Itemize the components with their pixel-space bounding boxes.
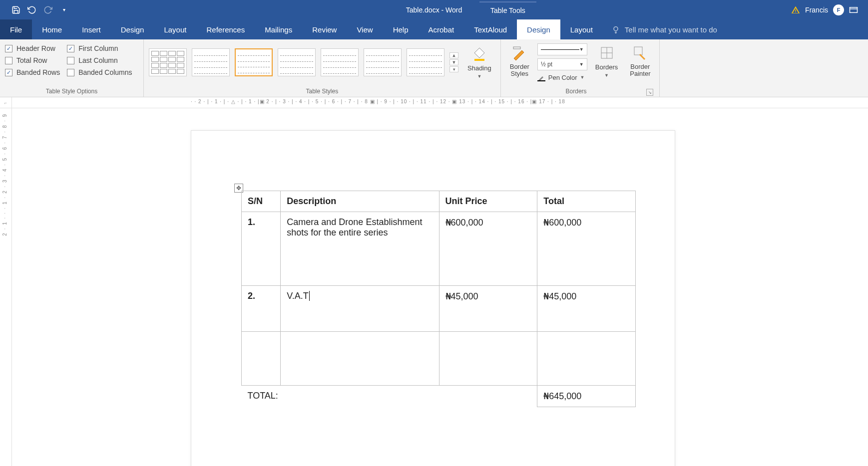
user-name-label[interactable]: Francis — [805, 6, 828, 14]
table-total-row[interactable]: TOTAL: ₦645,000 — [242, 386, 636, 407]
tab-view[interactable]: View — [347, 19, 383, 39]
cell-total[interactable] — [537, 332, 636, 386]
gallery-scroll: ▲ ▼ ▾ — [449, 52, 458, 72]
shading-button[interactable]: Shading ▼ — [463, 43, 495, 81]
dialog-launcher-icon[interactable]: ↘ — [646, 89, 653, 96]
borders-button[interactable]: Borders ▼ — [591, 42, 622, 80]
tab-design[interactable]: Design — [111, 19, 154, 39]
user-avatar[interactable]: F — [833, 4, 844, 15]
page-viewport[interactable]: ✥ S/N Description Unit Price Total 1. Ca… — [12, 108, 868, 466]
table-style-thumb[interactable] — [278, 48, 316, 76]
border-painter-icon — [632, 44, 649, 61]
tab-table-layout[interactable]: Layout — [560, 19, 603, 39]
chevron-down-icon: ▼ — [477, 74, 481, 79]
redo-icon[interactable] — [43, 5, 53, 15]
ruler-corner: ⌐ — [0, 97, 12, 108]
table-style-thumb[interactable] — [321, 48, 359, 76]
table-row[interactable]: 1. Camera and Drone Establishment shots … — [242, 212, 636, 286]
table-style-thumb-selected[interactable] — [235, 48, 273, 76]
chevron-down-icon: ▼ — [580, 75, 585, 80]
header-sn[interactable]: S/N — [242, 191, 281, 212]
cell-sn[interactable]: 2. — [242, 286, 281, 332]
title-bar: ▾ Table.docx - Word Table Tools Francis … — [0, 0, 868, 19]
tell-me-search[interactable]: Tell me what you want to do — [603, 19, 717, 39]
gallery-scroll-down-icon[interactable]: ▼ — [449, 59, 458, 65]
gallery-more-icon[interactable]: ▾ — [449, 66, 458, 72]
checkbox-first-column[interactable]: First Column — [67, 44, 132, 52]
border-styles-button[interactable]: Border Styles — [506, 42, 533, 80]
ruler-horizontal[interactable]: ⌐ · · 2 · | · 1 · | · △ · | · 1 · |▣ 2 ·… — [0, 97, 868, 108]
cell-description[interactable]: Camera and Drone Establishment shots for… — [281, 212, 439, 286]
quick-access-toolbar: ▾ — [0, 5, 69, 15]
save-icon[interactable] — [11, 5, 21, 15]
cell-description[interactable] — [281, 332, 439, 386]
ribbon-display-options-icon[interactable] — [849, 6, 858, 13]
table-style-thumb[interactable] — [364, 48, 402, 76]
tab-acrobat[interactable]: Acrobat — [419, 19, 464, 39]
ruler-vertical[interactable]: 2 · 1 · · · 1 · 2 · 3 · 4 · 5 · 6 · 7 · … — [0, 108, 12, 466]
chevron-down-icon: ▼ — [604, 73, 609, 78]
gallery-scroll-up-icon[interactable]: ▲ — [449, 52, 458, 58]
checkbox-last-column[interactable]: Last Column — [67, 56, 132, 64]
chevron-down-icon: ▼ — [579, 47, 584, 52]
group-table-style-options: Header Row Total Row Banded Rows First C… — [0, 39, 144, 97]
tab-insert[interactable]: Insert — [72, 19, 111, 39]
tell-me-placeholder: Tell me what you want to do — [625, 25, 717, 34]
svg-rect-5 — [474, 59, 484, 61]
cell-description[interactable]: V.A.T — [281, 286, 439, 332]
tab-references[interactable]: References — [196, 19, 255, 39]
cell-sn[interactable] — [242, 332, 281, 386]
qat-customize-icon[interactable]: ▾ — [59, 5, 69, 15]
pen-weight-combo[interactable]: ½ pt▼ — [537, 58, 587, 70]
checkbox-total-row[interactable]: Total Row — [5, 56, 60, 64]
tab-file[interactable]: File — [0, 19, 32, 39]
table-row[interactable]: 2. V.A.T ₦45,000 ₦45,000 — [242, 286, 636, 332]
cell-unit-price[interactable] — [439, 332, 537, 386]
tab-layout[interactable]: Layout — [154, 19, 196, 39]
border-styles-icon — [511, 44, 528, 61]
document-page[interactable]: ✥ S/N Description Unit Price Total 1. Ca… — [191, 130, 675, 466]
total-label[interactable]: TOTAL: — [242, 386, 537, 407]
table-tools-context-label: Table Tools — [479, 1, 536, 18]
tab-mailings[interactable]: Mailings — [255, 19, 302, 39]
svg-rect-0 — [850, 7, 858, 12]
tab-textaloud[interactable]: TextAloud — [464, 19, 517, 39]
ribbon-tabs: File Home Insert Design Layout Reference… — [0, 19, 868, 39]
table-header-row[interactable]: S/N Description Unit Price Total — [242, 191, 636, 212]
border-line-style-combo[interactable]: ▼ — [537, 43, 587, 55]
lightbulb-icon — [612, 25, 620, 33]
warning-icon[interactable] — [791, 5, 800, 14]
svg-rect-7 — [537, 80, 545, 81]
table-style-thumb[interactable] — [407, 48, 444, 76]
pen-color-button[interactable]: Pen Color ▼ — [537, 73, 587, 81]
cell-unit-price[interactable]: ₦600,000 — [439, 212, 537, 286]
header-description[interactable]: Description — [281, 191, 439, 212]
svg-rect-11 — [634, 47, 642, 55]
table-style-thumb[interactable] — [149, 48, 187, 76]
document-area: 2 · 1 · · · 1 · 2 · 3 · 4 · 5 · 6 · 7 · … — [0, 108, 868, 466]
header-unit-price[interactable]: Unit Price — [439, 191, 537, 212]
checkbox-banded-columns[interactable]: Banded Columns — [67, 68, 132, 76]
cell-total[interactable]: ₦600,000 — [537, 212, 636, 286]
checkbox-banded-rows[interactable]: Banded Rows — [5, 68, 60, 76]
tab-home[interactable]: Home — [32, 19, 72, 39]
tab-review[interactable]: Review — [302, 19, 347, 39]
checkbox-header-row[interactable]: Header Row — [5, 44, 60, 52]
cell-unit-price[interactable]: ₦45,000 — [439, 286, 537, 332]
pen-color-icon — [537, 73, 545, 81]
table-styles-gallery: ▲ ▼ ▾ Shading ▼ — [149, 42, 495, 81]
table-row[interactable] — [242, 332, 636, 386]
tab-table-design[interactable]: Design — [517, 19, 560, 39]
total-value[interactable]: ₦645,000 — [537, 386, 636, 407]
tab-help[interactable]: Help — [383, 19, 419, 39]
document-table[interactable]: S/N Description Unit Price Total 1. Came… — [241, 191, 636, 407]
undo-icon[interactable] — [27, 5, 37, 15]
header-total[interactable]: Total — [537, 191, 636, 212]
cell-total[interactable]: ₦45,000 — [537, 286, 636, 332]
table-style-thumb[interactable] — [192, 48, 230, 76]
border-painter-button[interactable]: Border Painter — [626, 42, 654, 80]
cell-sn[interactable]: 1. — [242, 212, 281, 286]
group-label-borders: Borders — [506, 87, 647, 96]
shading-icon — [471, 45, 488, 62]
chevron-down-icon: ▼ — [579, 62, 584, 67]
